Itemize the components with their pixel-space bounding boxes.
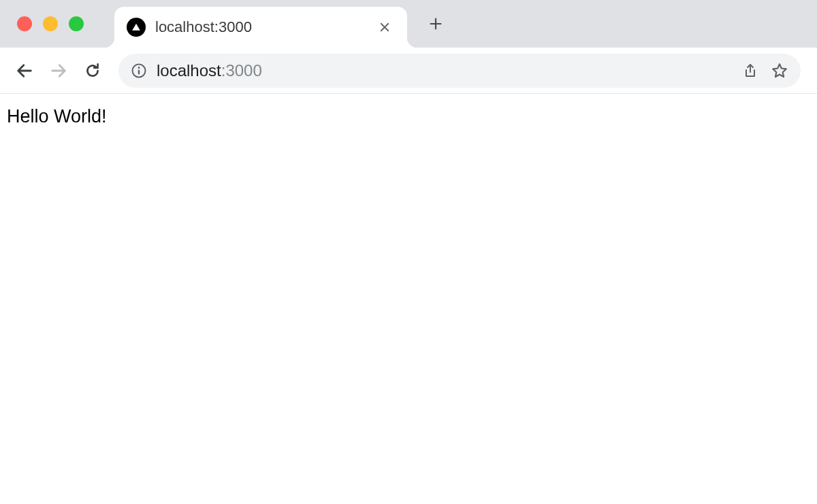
window-maximize-button[interactable] (69, 16, 84, 31)
back-button[interactable] (10, 56, 39, 86)
close-tab-button[interactable] (376, 18, 394, 36)
browser-tab[interactable]: localhost:3000 (114, 7, 407, 48)
arrow-left-icon (15, 61, 34, 80)
plus-icon (428, 16, 443, 31)
page-viewport: Hello World! (0, 94, 817, 139)
tab-title: localhost:3000 (155, 18, 368, 36)
share-icon (742, 63, 758, 79)
browser-tab-bar: localhost:3000 (0, 0, 817, 48)
browser-toolbar: localhost:3000 (0, 48, 817, 94)
url-port: :3000 (221, 61, 262, 80)
bookmark-button[interactable] (771, 62, 788, 80)
svg-point-1 (138, 67, 140, 69)
info-icon (131, 63, 147, 79)
reload-icon (84, 62, 101, 80)
reload-button[interactable] (78, 56, 108, 86)
vercel-triangle-icon (127, 18, 146, 37)
star-icon (771, 62, 788, 80)
close-icon (379, 21, 391, 33)
window-traffic-lights (17, 16, 84, 31)
window-close-button[interactable] (17, 16, 32, 31)
site-info-button[interactable] (131, 63, 147, 79)
url-text: localhost:3000 (157, 61, 733, 80)
page-body-text: Hello World! (7, 106, 810, 127)
svg-rect-2 (138, 69, 140, 74)
window-minimize-button[interactable] (43, 16, 58, 31)
forward-button[interactable] (44, 56, 74, 86)
url-host: localhost (157, 61, 221, 80)
share-button[interactable] (742, 63, 758, 79)
new-tab-button[interactable] (422, 10, 449, 37)
arrow-right-icon (49, 61, 68, 80)
address-bar[interactable]: localhost:3000 (118, 54, 801, 88)
